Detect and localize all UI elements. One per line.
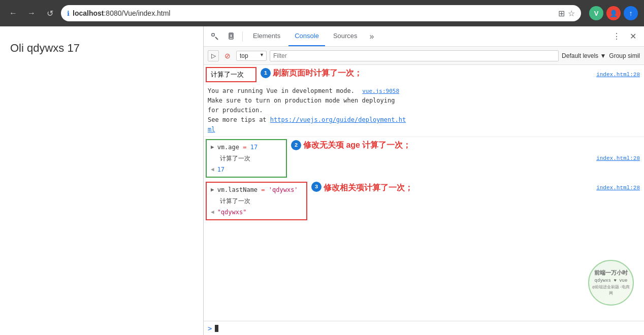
annotation-bubble-1: 1 xyxy=(261,68,271,78)
profile-icon[interactable]: 👤 xyxy=(606,6,621,20)
annotation-text-3: 修改相关项计算了一次； xyxy=(324,182,413,194)
browser-extensions: V 👤 ↑ xyxy=(589,6,638,20)
entry-link-1[interactable]: index.html:28 xyxy=(596,71,640,79)
annotation-bubble-3: 3 xyxy=(311,182,321,192)
entry-link-2[interactable]: index.html:28 xyxy=(596,154,640,163)
svg-rect-2 xyxy=(230,34,232,38)
context-selector[interactable]: top xyxy=(236,51,267,61)
upload-icon[interactable]: ↑ xyxy=(624,6,638,20)
entry-result-2: 17 xyxy=(217,165,224,174)
entry-arrow-result-2: ◀ xyxy=(211,165,214,174)
block-errors-button[interactable]: ⊘ xyxy=(222,50,233,61)
entry-arrow-result-3: ◀ xyxy=(211,208,214,217)
forward-button[interactable]: → xyxy=(24,6,39,20)
group-similar-label: Group simil xyxy=(609,52,640,59)
refresh-button[interactable]: ↺ xyxy=(43,6,57,20)
console-entry-info: You are running Vue in development mode.… xyxy=(204,84,644,138)
console-entry-3: ▶ vm.lastName = 'qdywxs' 计算了一次 ◀ "qdywxs… xyxy=(206,182,307,220)
entry-link-3[interactable]: index.html:28 xyxy=(596,184,640,192)
page-title: Oli qdywxs 17 xyxy=(10,42,193,55)
console-entry-1: 计算了一次 xyxy=(206,67,256,82)
console-entry-2: ▶ vm.age = 17 计算了一次 ◀ 17 xyxy=(206,139,287,178)
tab-elements[interactable]: Elements xyxy=(247,26,286,46)
console-caret xyxy=(215,325,218,332)
vue-info-line1: You are running Vue in development mode. xyxy=(208,87,358,94)
vue-info-line3: for production. xyxy=(208,107,263,114)
entry-arrow-2: ▶ xyxy=(211,143,214,152)
filter-input[interactable] xyxy=(270,50,559,61)
entry-subtext-3: 计算了一次 xyxy=(211,195,302,207)
bookmark-icon[interactable]: ☆ xyxy=(568,9,575,18)
annotation-text-1: 刷新页面时计算了一次； xyxy=(273,67,362,79)
more-tabs-button[interactable]: » xyxy=(366,32,378,41)
info-icon: ℹ xyxy=(67,10,70,17)
main-content: Oli qdywxs 17 Elements Console Sources »… xyxy=(0,26,644,335)
vue-info-line4: See more tips at xyxy=(208,116,270,123)
address-bar[interactable]: ℹ localhost:8080/Vue/index.html ⊞ ☆ xyxy=(61,5,581,21)
vue-source-link[interactable]: vue.js:9058 xyxy=(362,88,399,94)
browser-chrome: ← → ↺ ℹ localhost:8080/Vue/index.html ⊞ … xyxy=(0,0,644,26)
tab-sources[interactable]: Sources xyxy=(327,26,364,46)
back-button[interactable]: ← xyxy=(6,6,20,20)
entry-result-3: "qdywxs" xyxy=(217,208,247,217)
devtools-menu-button[interactable]: ⋮ xyxy=(609,29,624,44)
watermark-line2: qdywxs ♥ vue xyxy=(595,278,628,285)
console-input-row: > xyxy=(204,321,644,335)
console-toolbar: ▷ ⊘ top Default levels ▼ Group simil xyxy=(204,47,644,65)
console-output: 计算了一次 1 刷新页面时计算了一次； index.html:28 You ar… xyxy=(204,65,644,321)
vue-info-line2: Make sure to turn on production mode whe… xyxy=(208,97,395,104)
annotation-text-2: 修改无关项 age 计算了一次； xyxy=(303,139,411,151)
toolbar-divider xyxy=(242,31,243,42)
inspect-element-button[interactable] xyxy=(208,29,222,44)
devtools-close-button[interactable]: ✕ xyxy=(626,29,640,44)
devtools-tabs: Elements Console Sources » ⋮ ✕ xyxy=(204,26,644,47)
watermark-line1: 前端一万小时 xyxy=(594,269,628,278)
address-text: localhost:8080/Vue/index.html xyxy=(73,9,170,17)
svg-rect-0 xyxy=(212,34,214,36)
entry-subtext-2: 计算了一次 xyxy=(211,153,282,164)
entry-command-3: vm.lastName = 'qdywxs' xyxy=(217,185,298,194)
entry-text-1: 计算了一次 xyxy=(211,70,244,80)
clear-console-button[interactable]: ▷ xyxy=(208,50,219,61)
watermark-line3: @前端进金刷题·电商网 xyxy=(591,284,631,296)
default-levels-dropdown[interactable]: Default levels ▼ xyxy=(562,52,606,59)
watermark: 前端一万小时 qdywxs ♥ vue @前端进金刷题·电商网 xyxy=(588,260,634,306)
tab-console[interactable]: Console xyxy=(288,26,325,46)
translate-icon[interactable]: ⊞ xyxy=(558,9,565,18)
annotation-bubble-2: 2 xyxy=(291,140,301,150)
page-area: Oli qdywxs 17 xyxy=(0,26,203,335)
vue-extension-icon[interactable]: V xyxy=(589,6,603,20)
console-prompt: > xyxy=(208,324,212,332)
devtools-panel: Elements Console Sources » ⋮ ✕ ▷ ⊘ top D… xyxy=(203,26,644,335)
entry-arrow-3: ▶ xyxy=(211,186,214,194)
entry-command-2: vm.age = 17 xyxy=(217,143,257,152)
device-toolbar-button[interactable] xyxy=(224,29,238,44)
